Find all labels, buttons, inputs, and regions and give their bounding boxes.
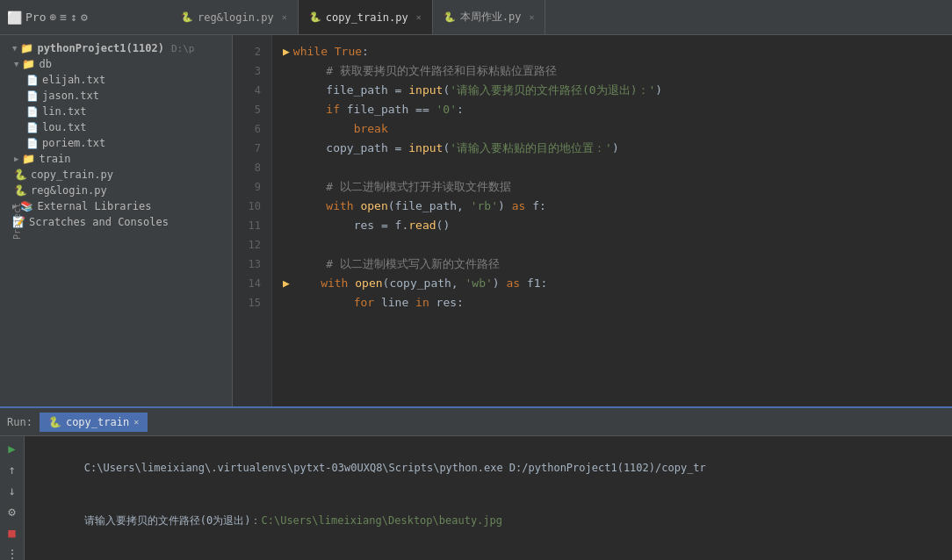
top-bar-icon-add[interactable]: ⊕ bbox=[49, 11, 56, 24]
ln-7: 7 bbox=[236, 139, 268, 158]
tab-copy-train-label: copy_train.py bbox=[326, 11, 408, 24]
run-tab-py-icon: 🐍 bbox=[48, 416, 61, 428]
kw-while: while bbox=[293, 42, 328, 61]
console-output[interactable]: C:\Users\limeixiang\.virtualenvs\pytxt-0… bbox=[25, 436, 952, 560]
code-line-13: # 以二进制模式写入新的文件路径 bbox=[283, 255, 941, 274]
stop-button[interactable]: ■ bbox=[6, 524, 17, 542]
code-line-11: res = f. read () bbox=[283, 216, 941, 235]
jason-label: jason.txt bbox=[42, 90, 99, 102]
code-line-9: # 以二进制模式打开并读取文件数据 bbox=[283, 177, 941, 197]
tab-homework-close[interactable]: ✕ bbox=[529, 12, 534, 22]
scroll-up-button[interactable]: ↑ bbox=[6, 461, 17, 478]
ln-6: 6 bbox=[236, 119, 268, 139]
run-button[interactable]: ▶ bbox=[6, 440, 17, 457]
sidebar-item-scratches[interactable]: 📝 Scratches and Consoles bbox=[0, 214, 232, 230]
sidebar-item-reg-login-py[interactable]: 🐍 reg&login.py bbox=[0, 183, 232, 198]
code-line-4: file_path = input ( '请输入要拷贝的文件路径(0为退出)：'… bbox=[283, 81, 941, 100]
breakpoint-arrow-14: ▶ bbox=[283, 274, 290, 293]
settings-button[interactable]: ⚙ bbox=[6, 503, 17, 521]
sidebar-item-lin[interactable]: 📄 lin.txt bbox=[0, 104, 232, 119]
ln-5: 5 bbox=[236, 100, 268, 119]
elijah-file-icon: 📄 bbox=[26, 75, 39, 86]
sidebar-item-elijah[interactable]: 📄 elijah.txt bbox=[0, 72, 232, 88]
sidebar-item-train[interactable]: ▶ 📁 train bbox=[0, 151, 232, 167]
console-line-prompt1: 请输入要拷贝的文件路径(0为退出)：C:\Users\limeixiang\De… bbox=[33, 494, 943, 547]
ln-14: 14 bbox=[236, 274, 268, 293]
project-root-label: pythonProject1(1102) bbox=[37, 42, 164, 54]
poriem-file-icon: 📄 bbox=[26, 138, 39, 149]
ln-13: 13 bbox=[236, 255, 268, 274]
tab-copy-train[interactable]: 🐍 copy_train.py ✕ bbox=[299, 0, 433, 34]
sidebar-item-db[interactable]: ▼ 📁 db bbox=[0, 56, 232, 72]
ln-2: 2 bbox=[236, 42, 268, 61]
sidebar-item-copy-train-py[interactable]: 🐍 copy_train.py bbox=[0, 167, 232, 183]
run-tab-close[interactable]: ✕ bbox=[133, 417, 139, 427]
sidebar-item-lou[interactable]: 📄 lou.txt bbox=[0, 119, 232, 135]
tab-homework[interactable]: 🐍 本周作业.py ✕ bbox=[433, 0, 546, 34]
poriem-label: poriem.txt bbox=[42, 137, 105, 149]
ln-4: 4 bbox=[236, 81, 268, 100]
arrow-down-icon: ▼ bbox=[12, 44, 17, 53]
tab-reg-login-label: reg&login.py bbox=[198, 11, 274, 24]
ext-libs-label: External Libraries bbox=[37, 200, 151, 212]
top-bar: ⬜ Pro ⊕ ≡ ↕ ⚙ 🐍 reg&login.py ✕ 🐍 copy_tr… bbox=[0, 0, 952, 35]
tab-copy-icon: 🐍 bbox=[309, 11, 321, 23]
sidebar-rotate-label: Project bbox=[12, 202, 22, 239]
kw-true: True bbox=[335, 42, 362, 61]
sidebar-item-jason[interactable]: 📄 jason.txt bbox=[0, 88, 232, 104]
console-line-prompt2: 请输入要粘贴的目的地位置：D:\copy\beat.jpg bbox=[33, 547, 943, 560]
tab-bar: 🐍 reg&login.py ✕ 🐍 copy_train.py ✕ 🐍 本周作… bbox=[170, 0, 945, 34]
sidebar-item-poriem[interactable]: 📄 poriem.txt bbox=[0, 135, 232, 151]
editor-area: 2 3 4 5 6 7 8 9 10 11 12 13 14 15 ▶ whil… bbox=[233, 35, 952, 406]
top-bar-left: ⬜ Pro ⊕ ≡ ↕ ⚙ bbox=[7, 11, 165, 25]
code-container: 2 3 4 5 6 7 8 9 10 11 12 13 14 15 ▶ whil… bbox=[233, 35, 952, 406]
top-bar-icon-list[interactable]: ≡ bbox=[60, 11, 67, 24]
copy-train-py-icon: 🐍 bbox=[14, 169, 27, 181]
tree-area: ▼ 📁 pythonProject1(1102) D:\p ▼ 📁 db 📄 e… bbox=[0, 35, 232, 235]
code-line-12 bbox=[283, 235, 941, 255]
ln-8: 8 bbox=[236, 158, 268, 177]
ln-3: 3 bbox=[236, 61, 268, 81]
code-line-6: break bbox=[283, 119, 941, 139]
scroll-down-button[interactable]: ↓ bbox=[6, 482, 17, 499]
console-line-cmd: C:\Users\limeixiang\.virtualenvs\pytxt-0… bbox=[33, 442, 943, 494]
code-line-8 bbox=[283, 158, 941, 177]
line-numbers: 2 3 4 5 6 7 8 9 10 11 12 13 14 15 bbox=[233, 35, 272, 406]
tab-homework-icon: 🐍 bbox=[444, 11, 456, 23]
train-folder-label: train bbox=[39, 153, 70, 165]
sidebar-item-ext-libs[interactable]: ▶ 📚 External Libraries bbox=[0, 198, 232, 214]
db-folder-icon: 📁 bbox=[22, 58, 35, 70]
console-wrap-button[interactable]: ⋮ bbox=[4, 545, 20, 560]
ext-libs-icon: 📚 bbox=[20, 200, 33, 212]
folder-icon: 📁 bbox=[20, 42, 33, 54]
top-bar-icon-settings[interactable]: ⚙ bbox=[81, 11, 88, 24]
top-bar-icon-sort[interactable]: ↕ bbox=[70, 11, 77, 24]
tab-reg-login-close[interactable]: ✕ bbox=[282, 12, 287, 22]
code-line-2: ▶ while True : bbox=[283, 42, 941, 61]
top-bar-title: Pro bbox=[25, 11, 46, 24]
run-tab-copy-train[interactable]: 🐍 copy_train ✕ bbox=[40, 413, 148, 432]
jason-file-icon: 📄 bbox=[26, 90, 39, 102]
elijah-label: elijah.txt bbox=[42, 74, 105, 86]
tab-py-icon: 🐍 bbox=[181, 11, 193, 23]
ln-15: 15 bbox=[236, 293, 268, 312]
tab-reg-login[interactable]: 🐍 reg&login.py ✕ bbox=[170, 0, 299, 34]
ln-11: 11 bbox=[236, 216, 268, 235]
project-icon: ⬜ bbox=[7, 11, 22, 25]
ln-9: 9 bbox=[236, 177, 268, 197]
console-toolbar: ▶ ↑ ↓ ⚙ ■ ⋮ ✕ bbox=[0, 436, 25, 560]
console-body: ▶ ↑ ↓ ⚙ ■ ⋮ ✕ C:\Users\limeixiang\.virtu… bbox=[0, 436, 952, 560]
code-line-14: ▶ with open (copy_path, 'wb' ) as f1: bbox=[283, 274, 941, 293]
reg-login-py-label: reg&login.py bbox=[31, 184, 107, 197]
ln-12: 12 bbox=[236, 235, 268, 255]
sidebar-item-project-root[interactable]: ▼ 📁 pythonProject1(1102) D:\p bbox=[0, 40, 232, 56]
run-tab-label: copy_train bbox=[66, 416, 129, 428]
code-line-3: # 获取要拷贝的文件路径和目标粘贴位置路径 bbox=[283, 61, 941, 81]
tab-copy-train-close[interactable]: ✕ bbox=[416, 12, 422, 22]
project-root-path: D:\p bbox=[171, 43, 195, 54]
comment-3: # 获取要拷贝的文件路径和目标粘贴位置路径 bbox=[326, 61, 557, 81]
code-line-10: with open (file_path, 'rb' ) as f: bbox=[283, 197, 941, 216]
ln-10: 10 bbox=[236, 197, 268, 216]
code-content[interactable]: ▶ while True : # 获取要拷贝的文件路径和目标粘贴位置路径 bbox=[272, 35, 952, 406]
run-tab-bar: Run: 🐍 copy_train ✕ bbox=[0, 408, 952, 436]
